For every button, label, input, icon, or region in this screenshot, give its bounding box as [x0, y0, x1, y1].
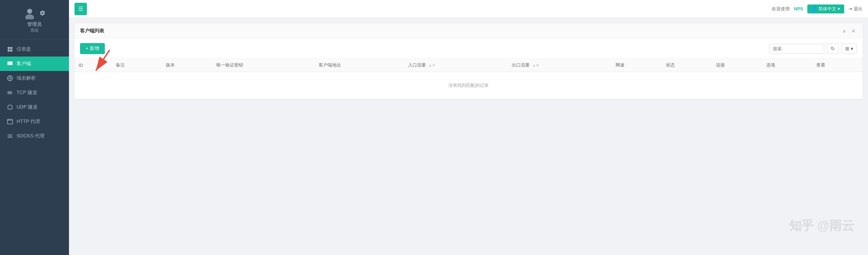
sidebar-header: 管理员 系统	[0, 0, 69, 39]
empty-row: 没有找到匹配的记录	[74, 72, 862, 99]
card-toolbar: + 新增 ↻ ⊞ ▾	[74, 39, 862, 59]
sidebar-username: 管理员	[27, 21, 42, 28]
col-speed: 网速	[611, 59, 662, 72]
sidebar-nav: 仪表盘 客户端 域名解析 TCP 隧道 UDP	[0, 39, 69, 255]
socks-icon	[7, 133, 13, 139]
sidebar-item-tcp[interactable]: TCP 隧道	[0, 85, 69, 100]
menu-icon: ☰	[78, 6, 83, 12]
lang-button[interactable]: 🌐 简体中文 ▾	[807, 4, 844, 13]
add-client-button[interactable]: + 新增	[80, 43, 105, 54]
main-area: ☰ 欢迎使用 NPS 🌐 简体中文 ▾ ⇥ 退出 客户端列表 ∧	[69, 0, 868, 255]
svg-point-10	[8, 93, 8, 94]
header-left: ☰	[74, 3, 87, 15]
avatar-container	[23, 7, 46, 19]
col-inflow: 入口流量 ▲▼	[404, 59, 508, 72]
lang-label: 简体中文	[818, 6, 836, 12]
svg-point-8	[8, 91, 8, 92]
grid-icon: ⊞	[845, 46, 849, 51]
dropdown-chevron-icon: ▾	[851, 46, 853, 51]
dns-icon	[7, 75, 13, 81]
tcp-icon	[7, 90, 13, 96]
svg-rect-4	[8, 50, 10, 52]
avatar-icon	[23, 7, 36, 19]
col-status: 状态	[662, 59, 712, 72]
empty-message: 没有找到匹配的记录	[74, 72, 862, 99]
sidebar-item-udp[interactable]: UDP 隧道	[0, 100, 69, 114]
sidebar-item-label-dashboard: 仪表盘	[17, 46, 31, 52]
nps-link[interactable]: NPS	[794, 6, 803, 11]
client-table: ID 备注 版本 唯一验证密钥 客户端地址 入口流量 ▲▼ 出口流量	[74, 59, 862, 99]
col-remark: 备注	[112, 59, 162, 72]
header-right: 欢迎使用 NPS 🌐 简体中文 ▾ ⇥ 退出	[772, 4, 862, 13]
sidebar-item-label-dns: 域名解析	[17, 75, 36, 81]
svg-point-9	[8, 92, 8, 93]
client-list-card: 客户端列表 ∧ ✕ + 新增 ↻ ⊞ ▾	[74, 23, 862, 99]
col-view: 查看	[812, 59, 862, 72]
lang-dropdown-icon: ▾	[838, 6, 840, 11]
sidebar-role: 系统	[30, 28, 39, 33]
svg-point-0	[27, 9, 32, 13]
top-header: ☰ 欢迎使用 NPS 🌐 简体中文 ▾ ⇥ 退出	[69, 0, 868, 18]
logout-icon: ⇥	[848, 6, 852, 11]
globe-icon: 🌐	[811, 6, 817, 11]
refresh-icon: ↻	[831, 46, 835, 51]
card-collapse-button[interactable]: ∧	[841, 28, 847, 34]
card-header: 客户端列表 ∧ ✕	[74, 23, 862, 39]
udp-icon	[7, 104, 13, 110]
logout-button[interactable]: ⇥ 退出	[848, 6, 862, 12]
dashboard-icon	[7, 46, 13, 52]
col-options: 选项	[762, 59, 812, 72]
table-container: ID 备注 版本 唯一验证密钥 客户端地址 入口流量 ▲▼ 出口流量	[74, 59, 862, 99]
sidebar-item-label-socks: SOCKS 代理	[17, 133, 44, 139]
svg-rect-5	[10, 50, 12, 52]
sidebar-item-dns[interactable]: 域名解析	[0, 71, 69, 85]
view-toggle-button[interactable]: ⊞ ▾	[841, 43, 857, 54]
table-header: ID 备注 版本 唯一验证密钥 客户端地址 入口流量 ▲▼ 出口流量	[74, 59, 862, 72]
svg-point-1	[25, 14, 34, 19]
svg-rect-3	[10, 47, 12, 49]
col-auth-key: 唯一验证密钥	[212, 59, 315, 72]
card-close-button[interactable]: ✕	[850, 28, 857, 34]
sidebar-item-label-udp: UDP 隧道	[17, 104, 38, 110]
sidebar-item-client[interactable]: 客户端	[0, 57, 69, 71]
outflow-sort-icon[interactable]: ▲▼	[532, 63, 539, 67]
http-icon	[7, 119, 13, 125]
sidebar: 管理员 系统 仪表盘 客户端 域名解析	[0, 0, 69, 255]
content-area: 客户端列表 ∧ ✕ + 新增 ↻ ⊞ ▾	[69, 18, 868, 255]
refresh-button[interactable]: ↻	[827, 43, 839, 54]
welcome-text: 欢迎使用	[772, 6, 790, 12]
inflow-sort-icon[interactable]: ▲▼	[429, 63, 436, 67]
gear-icon[interactable]	[39, 10, 46, 16]
col-address: 客户端地址	[315, 59, 404, 72]
logout-label: 退出	[854, 6, 862, 12]
svg-rect-6	[8, 61, 13, 65]
svg-point-13	[9, 120, 9, 120]
toolbar-right: ↻ ⊞ ▾	[769, 43, 857, 54]
col-id: ID	[74, 59, 112, 72]
sidebar-item-http[interactable]: HTTP 代理	[0, 114, 69, 129]
sidebar-item-socks[interactable]: SOCKS 代理	[0, 129, 69, 143]
client-icon	[7, 61, 13, 67]
svg-point-12	[8, 120, 9, 120]
search-input[interactable]	[769, 44, 824, 54]
sidebar-item-label-http: HTTP 代理	[17, 119, 40, 125]
card-title: 客户端列表	[80, 28, 104, 34]
col-version: 版本	[162, 59, 212, 72]
sidebar-item-label-client: 客户端	[17, 61, 31, 67]
sidebar-item-dashboard[interactable]: 仪表盘	[0, 42, 69, 57]
svg-rect-2	[8, 47, 10, 49]
col-outflow: 出口流量 ▲▼	[508, 59, 611, 72]
menu-toggle-button[interactable]: ☰	[74, 3, 87, 15]
sidebar-item-label-tcp: TCP 隧道	[17, 90, 37, 96]
card-header-actions: ∧ ✕	[841, 28, 857, 34]
table-body: 没有找到匹配的记录	[74, 72, 862, 99]
col-connection: 连接	[712, 59, 762, 72]
